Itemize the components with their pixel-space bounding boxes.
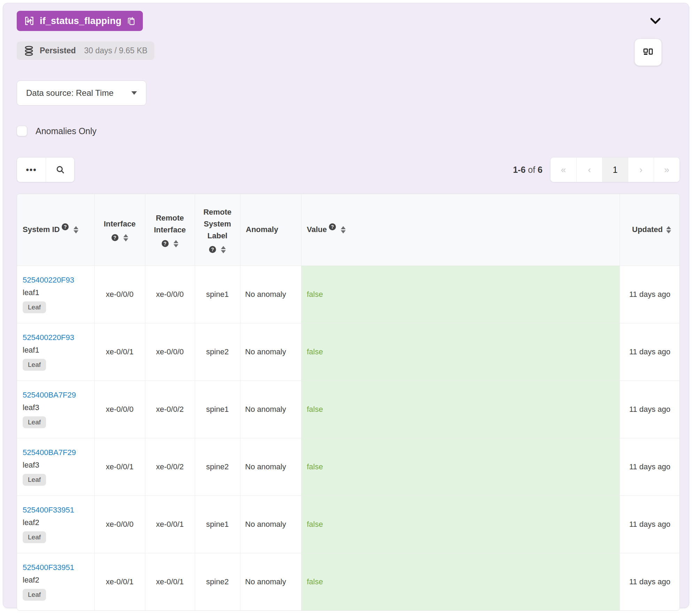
system-id-link[interactable]: 525400220F93 (23, 333, 74, 342)
results-table-wrap: System ID?Interface?Remote Interface?Rem… (17, 194, 680, 611)
system-id-link[interactable]: 525400BA7F29 (23, 391, 76, 400)
results-table: System ID?Interface?Remote Interface?Rem… (17, 194, 679, 610)
interface-cell: xe-0/0/0 (94, 265, 145, 323)
ellipsis-icon: ••• (26, 165, 37, 175)
column-header-remote_interface[interactable]: Remote Interface? (145, 194, 195, 265)
system-id-link[interactable]: 525400220F93 (23, 276, 74, 285)
table-row: 525400BA7F29leaf3Leafxe-0/0/1xe-0/0/2spi… (17, 438, 679, 495)
remote-interface-cell: xe-0/0/2 (145, 380, 195, 438)
layout-icon (643, 47, 654, 58)
column-header-inner: Updated (620, 224, 680, 236)
sort-down-arrow (74, 230, 78, 233)
column-header-anomaly: Anomaly (240, 194, 301, 265)
probe-panel: if_status_flapping (3, 3, 689, 608)
caret-down-icon (131, 91, 137, 95)
interface-cell: xe-0/0/1 (94, 553, 145, 610)
help-icon[interactable]: ? (209, 246, 216, 253)
first-page-button[interactable]: « (551, 157, 576, 182)
column-header-label: Value (307, 224, 327, 236)
system-cell: 525400F33951leaf2Leaf (17, 553, 94, 610)
remote-interface-cell: xe-0/0/0 (145, 323, 195, 380)
role-badge: Leaf (23, 359, 46, 371)
copy-icon[interactable] (126, 16, 136, 26)
persisted-badge: Persisted 30 days / 9.65 KB (17, 41, 154, 60)
column-header-icons: ? (112, 234, 128, 241)
sort-icon[interactable] (74, 226, 78, 233)
anomaly-cell: No anomaly (240, 438, 301, 495)
pagination-total: 6 (538, 165, 543, 175)
anomaly-cell: No anomaly (240, 323, 301, 380)
sort-icon[interactable] (666, 226, 671, 233)
remote-interface-cell: xe-0/0/2 (145, 438, 195, 495)
interface-cell: xe-0/0/1 (94, 438, 145, 495)
table-body: 525400220F93leaf1Leafxe-0/0/0xe-0/0/0spi… (17, 265, 679, 610)
anomaly-cell: No anomaly (240, 380, 301, 438)
system-id-link[interactable]: 525400F33951 (23, 563, 74, 572)
anomaly-cell: No anomaly (240, 495, 301, 553)
search-button[interactable] (46, 157, 74, 182)
probe-name: if_status_flapping (40, 16, 122, 26)
database-icon (24, 46, 34, 56)
column-header-value[interactable]: Value? (301, 194, 620, 265)
column-header-system_id[interactable]: System ID? (17, 194, 94, 265)
help-icon[interactable]: ? (162, 240, 169, 247)
system-name: leaf1 (23, 346, 89, 355)
sort-down-arrow (666, 230, 671, 233)
system-id-link[interactable]: 525400F33951 (23, 506, 74, 515)
sort-down-arrow (123, 238, 128, 241)
anomalies-only-label: Anomalies Only (36, 126, 97, 136)
remote-system-label-cell: spine2 (195, 553, 240, 610)
sort-icon[interactable] (174, 240, 178, 247)
table-row: 525400F33951leaf2Leafxe-0/0/1xe-0/0/1spi… (17, 553, 679, 610)
role-badge: Leaf (23, 531, 46, 543)
table-actions-group: ••• (17, 157, 75, 182)
sort-icon[interactable] (221, 246, 226, 253)
system-id-link[interactable]: 525400BA7F29 (23, 448, 76, 457)
sort-down-arrow (174, 244, 178, 247)
more-actions-button[interactable]: ••• (17, 157, 46, 182)
anomalies-only-row: Anomalies Only (17, 126, 680, 136)
sort-up-arrow (174, 240, 178, 243)
sort-up-arrow (221, 246, 226, 249)
remote-interface-cell: xe-0/0/0 (145, 265, 195, 323)
column-header-label: Remote System Label (197, 206, 238, 242)
collapse-chevron-button[interactable] (649, 17, 662, 25)
sort-icon[interactable] (341, 226, 346, 233)
system-cell: 525400BA7F29leaf3Leaf (17, 438, 94, 495)
help-icon[interactable]: ? (329, 223, 336, 230)
pagination-range: 1-6 of 6 (513, 165, 543, 175)
column-header-updated[interactable]: Updated (620, 194, 679, 265)
anomaly-cell: No anomaly (240, 553, 301, 610)
persistence-row: Persisted 30 days / 9.65 KB (17, 41, 680, 66)
updated-cell: 11 days ago (620, 380, 679, 438)
anomalies-only-checkbox[interactable] (17, 126, 27, 136)
layout-view-button[interactable] (635, 39, 662, 66)
role-badge: Leaf (23, 474, 46, 486)
previous-page-button[interactable]: ‹ (576, 157, 602, 182)
remote-system-label-cell: spine2 (195, 438, 240, 495)
role-badge: Leaf (23, 301, 46, 313)
value-cell: false (301, 265, 620, 323)
remote-system-label-cell: spine2 (195, 323, 240, 380)
system-name: leaf3 (23, 461, 89, 470)
remote-system-label-cell: spine1 (195, 495, 240, 553)
help-icon[interactable]: ? (62, 223, 69, 230)
sort-icon[interactable] (123, 234, 128, 241)
remote-system-label-cell: spine1 (195, 380, 240, 438)
value-cell: false (301, 438, 620, 495)
probe-tag[interactable]: if_status_flapping (17, 11, 143, 31)
pagination-range-values: 1-6 (513, 165, 525, 175)
table-row: 525400220F93leaf1Leafxe-0/0/0xe-0/0/0spi… (17, 265, 679, 323)
table-header-row: System ID?Interface?Remote Interface?Rem… (17, 194, 679, 265)
column-header-remote_system_label[interactable]: Remote System Label? (195, 194, 240, 265)
column-header-inner: Anomaly (240, 224, 301, 236)
column-header-interface[interactable]: Interface? (94, 194, 145, 265)
current-page-button[interactable]: 1 (602, 157, 628, 182)
help-icon[interactable]: ? (112, 234, 118, 241)
sort-up-arrow (74, 226, 78, 229)
chevron-down-icon (649, 17, 662, 25)
data-source-dropdown[interactable]: Data source: Real Time (17, 80, 146, 106)
last-page-button[interactable]: » (654, 157, 679, 182)
updated-cell: 11 days ago (620, 495, 679, 553)
next-page-button[interactable]: › (628, 157, 654, 182)
